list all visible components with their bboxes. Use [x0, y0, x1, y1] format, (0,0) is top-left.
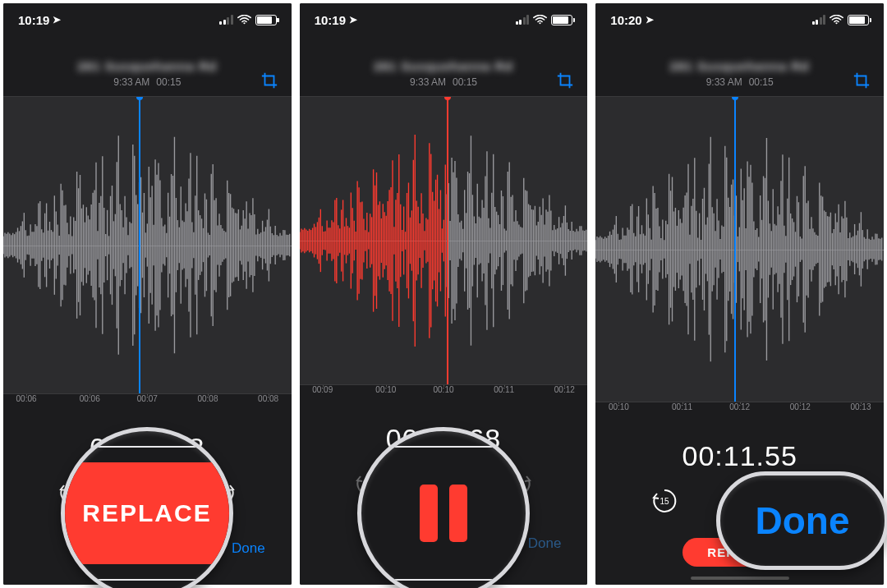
- status-time: 10:20: [610, 13, 641, 27]
- recording-subline: 9:33 AM00:15: [308, 76, 580, 88]
- trim-button[interactable]: [851, 70, 872, 91]
- skip-back-icon: 15: [650, 487, 678, 515]
- playhead[interactable]: [734, 97, 736, 402]
- time-ruler[interactable]: 00:06 00:06 00:07 00:08 00:08: [3, 394, 292, 417]
- waveform-view[interactable]: [3, 96, 292, 394]
- svg-point-366: [835, 22, 837, 24]
- wifi-icon: [533, 15, 547, 25]
- battery-icon: [255, 15, 277, 25]
- callout-magnifier: [357, 427, 530, 588]
- location-icon: ➤: [53, 14, 61, 25]
- svg-text:15: 15: [660, 497, 669, 506]
- recording-header: 281 Susquehanna Rd 9:33 AM00:15: [595, 36, 884, 96]
- callout-magnifier: REPLACE: [61, 427, 233, 588]
- cellular-icon: [516, 15, 530, 25]
- playhead[interactable]: [447, 97, 448, 384]
- recording-header: 281 Susquehanna Rd 9:33 AM00:15: [3, 36, 292, 96]
- status-bar: 10:19 ➤: [3, 3, 292, 36]
- status-time: 10:19: [18, 13, 49, 27]
- recording-header: 281 Susquehanna Rd 9:33 AM00:15: [300, 36, 588, 96]
- crop-icon: [260, 71, 278, 90]
- trim-button[interactable]: [259, 70, 280, 91]
- waveform: [300, 97, 588, 384]
- waveform-view[interactable]: [300, 96, 588, 385]
- waveform: [595, 97, 884, 402]
- done-button[interactable]: Done: [232, 540, 265, 557]
- crop-icon: [556, 71, 574, 90]
- callout-done-button: Done: [756, 498, 850, 543]
- recording-title[interactable]: 281 Susquehanna Rd: [308, 59, 580, 73]
- callout-magnifier: Done: [716, 471, 887, 570]
- skip-back-button[interactable]: 15: [650, 487, 678, 515]
- svg-point-0: [243, 22, 245, 24]
- time-ruler[interactable]: 00:09 00:10 00:10 00:11 00:12: [300, 385, 588, 408]
- done-button[interactable]: Done: [528, 535, 562, 552]
- battery-icon: [551, 15, 572, 25]
- crop-icon: [853, 71, 871, 90]
- cellular-icon: [812, 15, 826, 25]
- battery-icon: [848, 15, 869, 25]
- phone-screenshot-3: 10:20 ➤ 281 Susquehanna Rd 9:33 AM00:15: [595, 3, 884, 585]
- status-bar: 10:19 ➤: [300, 3, 588, 36]
- trim-button[interactable]: [554, 70, 576, 91]
- status-bar: 10:20 ➤: [595, 3, 884, 36]
- phone-screenshot-1: 10:19 ➤ 281 Susquehanna Rd 9:33 AM00:15: [3, 3, 292, 585]
- phone-screenshot-2: 10:19 ➤ 281 Susquehanna Rd 9:33 AM00:15: [300, 3, 588, 585]
- waveform-view[interactable]: [595, 96, 884, 402]
- location-icon: ➤: [349, 14, 357, 25]
- recording-subline: 9:33 AM00:15: [11, 76, 283, 88]
- svg-point-183: [540, 22, 541, 24]
- current-time: 00:11.55: [607, 440, 872, 472]
- recording-subline: 9:33 AM00:15: [604, 76, 876, 88]
- time-ruler[interactable]: 00:10 00:11 00:12 00:12 00:13: [595, 402, 884, 425]
- location-icon: ➤: [646, 14, 654, 25]
- home-indicator[interactable]: [691, 577, 789, 580]
- waveform: [3, 97, 292, 393]
- wifi-icon: [237, 15, 251, 25]
- playhead[interactable]: [139, 97, 140, 393]
- callout-pause-button: [414, 485, 473, 542]
- recording-title[interactable]: 281 Susquehanna Rd: [604, 59, 876, 73]
- callout-replace-button: REPLACE: [65, 462, 229, 564]
- cellular-icon: [219, 15, 233, 25]
- wifi-icon: [830, 15, 843, 25]
- status-time: 10:19: [315, 13, 346, 27]
- recording-title[interactable]: 281 Susquehanna Rd: [11, 59, 283, 73]
